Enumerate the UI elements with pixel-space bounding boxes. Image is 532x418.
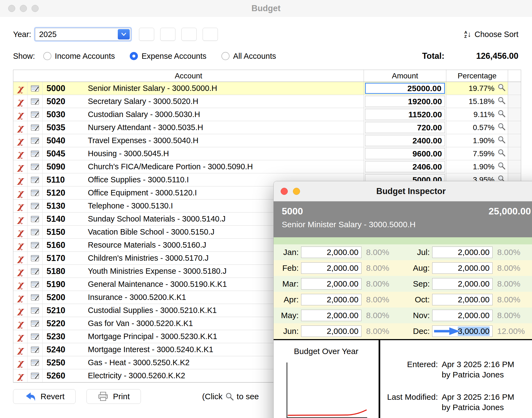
- edit-row-button[interactable]: [27, 213, 43, 225]
- edit-row-button[interactable]: [27, 147, 43, 160]
- amount-input[interactable]: 2400.00: [365, 135, 445, 146]
- delete-row-button[interactable]: χ: [13, 239, 27, 251]
- delete-row-button[interactable]: χ: [13, 95, 27, 108]
- delete-row-button[interactable]: χ: [13, 369, 27, 382]
- edit-row-button[interactable]: [27, 317, 43, 330]
- delete-row-button[interactable]: χ: [13, 265, 27, 278]
- edit-row-button[interactable]: [27, 369, 43, 382]
- scrollbar-track[interactable]: [508, 95, 521, 108]
- print-button[interactable]: Print: [86, 389, 141, 404]
- edit-row-button[interactable]: [27, 265, 43, 278]
- delete-row-button[interactable]: χ: [13, 121, 27, 134]
- amount-input[interactable]: 9600.00: [365, 148, 445, 159]
- edit-row-button[interactable]: [27, 239, 43, 251]
- edit-row-button[interactable]: [27, 199, 43, 212]
- row-magnifier-button[interactable]: [497, 162, 506, 172]
- edit-row-button[interactable]: [27, 160, 43, 173]
- edit-row-button[interactable]: [27, 82, 43, 95]
- revert-button[interactable]: Revert: [13, 389, 76, 404]
- edit-row-button[interactable]: [27, 226, 43, 238]
- amount-input[interactable]: 25000.00: [365, 83, 445, 94]
- month-amount-input[interactable]: 2,000.00: [432, 247, 493, 258]
- delete-row-button[interactable]: χ: [13, 317, 27, 330]
- show-radio-option[interactable]: Income Accounts: [43, 52, 115, 61]
- month-amount-input[interactable]: 2,000.00: [432, 262, 493, 274]
- delete-row-button[interactable]: χ: [13, 199, 27, 212]
- delete-row-button[interactable]: χ: [13, 82, 27, 95]
- scrollbar-track[interactable]: [508, 82, 521, 95]
- scrollbar-top[interactable]: [508, 70, 521, 82]
- window-controls[interactable]: [8, 5, 39, 12]
- edit-row-button[interactable]: [27, 134, 43, 147]
- year-dropdown-button[interactable]: [118, 29, 130, 39]
- delete-row-button[interactable]: χ: [13, 147, 27, 160]
- zoom-button[interactable]: [32, 5, 39, 12]
- edit-row-button[interactable]: [27, 173, 43, 186]
- row-magnifier-button[interactable]: [497, 83, 506, 93]
- delete-row-button[interactable]: χ: [13, 356, 27, 369]
- delete-row-button[interactable]: χ: [13, 278, 27, 291]
- delete-row-button[interactable]: χ: [13, 304, 27, 317]
- scrollbar-track[interactable]: [508, 147, 521, 160]
- show-radio-option[interactable]: Expense Accounts: [130, 52, 206, 61]
- month-amount-input[interactable]: 2,000.00: [301, 310, 361, 321]
- choose-sort-button[interactable]: AZ ↓ Choose Sort: [464, 30, 518, 39]
- delete-row-button[interactable]: χ: [13, 291, 27, 304]
- close-button[interactable]: [8, 5, 15, 12]
- edit-row-button[interactable]: [27, 356, 43, 369]
- toolbar-button[interactable]: [139, 28, 154, 41]
- close-button[interactable]: [281, 188, 288, 195]
- minimize-button[interactable]: [293, 188, 300, 195]
- month-amount-input[interactable]: 2,000.00: [301, 262, 361, 274]
- edit-row-button[interactable]: [27, 252, 43, 265]
- scrollbar-track[interactable]: [508, 121, 521, 134]
- inspector-window-controls[interactable]: [281, 188, 300, 195]
- amount-cell: 720.00: [364, 121, 446, 134]
- delete-row-button[interactable]: χ: [13, 160, 27, 173]
- toolbar-button[interactable]: [160, 28, 175, 41]
- month-amount-input[interactable]: 2,000.00: [301, 294, 361, 305]
- delete-row-button[interactable]: χ: [13, 213, 27, 225]
- scrollbar-track[interactable]: [508, 160, 521, 173]
- month-amount-input[interactable]: 2,000.00: [301, 325, 361, 337]
- amount-input[interactable]: 2406.00: [365, 161, 445, 172]
- month-amount-input[interactable]: 3,000.00: [432, 325, 493, 337]
- scrollbar-track[interactable]: [508, 134, 521, 147]
- month-amount-input[interactable]: 2,000.00: [432, 294, 493, 305]
- delete-row-button[interactable]: χ: [13, 173, 27, 186]
- toolbar-button[interactable]: [203, 28, 218, 41]
- delete-row-button[interactable]: χ: [13, 108, 27, 121]
- amount-input[interactable]: 720.00: [365, 122, 445, 133]
- month-amount-input[interactable]: 2,000.00: [432, 310, 493, 321]
- month-amount-input[interactable]: 2,000.00: [301, 247, 361, 258]
- edit-row-button[interactable]: [27, 186, 43, 199]
- row-magnifier-button[interactable]: [497, 96, 506, 106]
- delete-row-button[interactable]: χ: [13, 134, 27, 147]
- show-radio-option[interactable]: All Accounts: [221, 52, 276, 61]
- month-amount-input[interactable]: 2,000.00: [432, 278, 493, 290]
- year-dropdown[interactable]: 2025: [35, 28, 131, 41]
- minimize-button[interactable]: [20, 5, 27, 12]
- edit-row-button[interactable]: [27, 95, 43, 108]
- edit-row-button[interactable]: [27, 108, 43, 121]
- edit-row-button[interactable]: [27, 330, 43, 343]
- delete-row-button[interactable]: χ: [13, 186, 27, 199]
- delete-row-button[interactable]: χ: [13, 343, 27, 356]
- edit-row-button[interactable]: [27, 278, 43, 291]
- delete-row-button[interactable]: χ: [13, 252, 27, 265]
- row-magnifier-button[interactable]: [497, 149, 506, 159]
- amount-input[interactable]: 19200.00: [365, 96, 445, 107]
- row-magnifier-button[interactable]: [497, 109, 506, 119]
- amount-input[interactable]: 11520.00: [365, 109, 445, 120]
- edit-row-button[interactable]: [27, 291, 43, 304]
- delete-row-button[interactable]: χ: [13, 330, 27, 343]
- edit-row-button[interactable]: [27, 343, 43, 356]
- scrollbar-track[interactable]: [508, 108, 521, 121]
- delete-row-button[interactable]: χ: [13, 226, 27, 238]
- row-magnifier-button[interactable]: [497, 136, 506, 146]
- toolbar-button[interactable]: [181, 28, 197, 41]
- row-magnifier-button[interactable]: [497, 122, 506, 133]
- month-amount-input[interactable]: 2,000.00: [301, 278, 361, 290]
- edit-row-button[interactable]: [27, 121, 43, 134]
- edit-row-button[interactable]: [27, 304, 43, 317]
